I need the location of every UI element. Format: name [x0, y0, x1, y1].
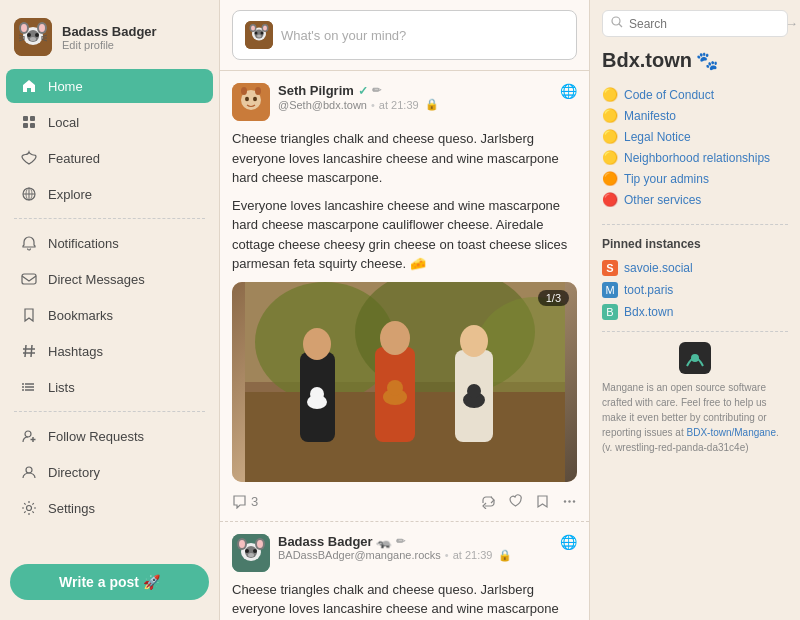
link-emoji-4: 🟡	[602, 150, 618, 165]
svg-point-65	[380, 321, 410, 355]
post-meta-1: Seth Pilgrim ✓ ✏ @Seth@bdx.town • at 21:…	[278, 83, 552, 111]
svg-point-83	[257, 540, 263, 548]
sidebar-item-directory[interactable]: Directory	[6, 455, 213, 489]
sidebar-item-dm-label: Direct Messages	[48, 272, 145, 287]
globe-icon-2[interactable]: 🌐	[560, 534, 577, 550]
pinned-instance-1[interactable]: S savoie.social	[602, 257, 788, 279]
link-neighborhood[interactable]: 🟡 Neighborhood relationships	[602, 147, 788, 168]
hashtags-icon	[20, 342, 38, 360]
pinned-instances-title: Pinned instances	[602, 233, 788, 251]
repost-button-1[interactable]	[481, 494, 496, 509]
sidebar-item-local[interactable]: Local	[6, 105, 213, 139]
svg-point-87	[612, 17, 620, 25]
link-emoji-6: 🔴	[602, 192, 618, 207]
post-avatar-2	[232, 534, 270, 572]
link-label-1: Code of Conduct	[624, 88, 714, 102]
svg-rect-19	[30, 123, 35, 128]
globe-icon-1[interactable]: 🌐	[560, 83, 577, 99]
svg-line-88	[619, 24, 622, 27]
svg-line-26	[31, 345, 32, 357]
post-body-1a: Cheese triangles chalk and cheese queso.…	[232, 129, 577, 188]
compose-box[interactable]: What's on your mind?	[220, 0, 589, 71]
footer-link[interactable]: BDX-town/Mangane	[687, 427, 777, 438]
sidebar-item-home[interactable]: Home	[6, 69, 213, 103]
svg-point-52	[245, 97, 249, 101]
dm-icon	[20, 270, 38, 288]
svg-point-32	[22, 383, 24, 385]
link-legal-notice[interactable]: 🟡 Legal Notice	[602, 126, 788, 147]
pinned-instance-2[interactable]: M toot.paris	[602, 279, 788, 301]
svg-point-85	[253, 549, 257, 553]
sidebar-item-home-label: Home	[48, 79, 83, 94]
svg-point-8	[35, 33, 39, 37]
svg-point-5	[21, 24, 27, 32]
svg-point-73	[467, 384, 481, 398]
link-label-4: Neighborhood relationships	[624, 151, 770, 165]
avatar[interactable]	[14, 18, 52, 56]
profile-section[interactable]: Badass Badger Edit profile	[0, 10, 219, 68]
profile-edit-link[interactable]: Edit profile	[62, 39, 157, 51]
pinned-instance-1-label: savoie.social	[624, 261, 693, 275]
like-button-1[interactable]	[508, 494, 523, 509]
explore-icon	[20, 185, 38, 203]
post-body-1b: Everyone loves lancashire cheese and win…	[232, 196, 577, 274]
sidebar-links: 🟡 Code of Conduct 🟡 Manifesto 🟡 Legal No…	[602, 84, 788, 210]
svg-point-38	[26, 467, 32, 473]
search-input[interactable]	[629, 17, 779, 31]
link-label-6: Other services	[624, 193, 701, 207]
sidebar-item-hashtags[interactable]: Hashtags	[6, 334, 213, 368]
sidebar-item-dm[interactable]: Direct Messages	[6, 262, 213, 296]
bookmarks-icon	[20, 306, 38, 324]
svg-point-69	[310, 387, 324, 401]
search-submit-icon[interactable]: →	[785, 16, 798, 31]
svg-point-90	[691, 354, 699, 362]
post-image-1[interactable]: 1/3	[232, 282, 577, 482]
write-post-button[interactable]: Write a post 🚀	[10, 564, 209, 600]
search-box[interactable]: →	[602, 10, 788, 37]
post-handle-1: @Seth@bdx.town • at 21:39 🔒	[278, 98, 552, 111]
comment-button-1[interactable]: 3	[232, 494, 258, 509]
pinned-instance-2-label: toot.paris	[624, 283, 673, 297]
main-feed: What's on your mind? Seth Pilgrim ✓	[220, 0, 590, 620]
link-label-2: Manifesto	[624, 109, 676, 123]
compose-input-area[interactable]: What's on your mind?	[232, 10, 577, 60]
pinned-instance-3[interactable]: B Bdx.town	[602, 301, 788, 323]
link-emoji-2: 🟡	[602, 108, 618, 123]
instance-icon-3: B	[602, 304, 618, 320]
bookmark-button-1[interactable]	[535, 494, 550, 509]
nav-divider-2	[14, 411, 205, 412]
sidebar-item-featured[interactable]: Featured	[6, 141, 213, 175]
link-label-5: Tip your admins	[624, 172, 709, 186]
sidebar-item-lists[interactable]: Lists	[6, 370, 213, 404]
svg-rect-24	[22, 274, 36, 284]
more-button-1[interactable]	[562, 494, 577, 509]
link-manifesto[interactable]: 🟡 Manifesto	[602, 105, 788, 126]
sidebar-item-featured-label: Featured	[48, 151, 100, 166]
compose-avatar	[245, 21, 273, 49]
post-actions-right-1	[481, 494, 577, 509]
svg-point-76	[573, 500, 575, 502]
svg-point-33	[22, 386, 24, 388]
sidebar-item-explore[interactable]: Explore	[6, 177, 213, 211]
sidebar-item-notifications[interactable]: Notifications	[6, 226, 213, 260]
post-avatar-1	[232, 83, 270, 121]
sidebar-item-notifications-label: Notifications	[48, 236, 119, 251]
svg-rect-17	[30, 116, 35, 121]
link-code-of-conduct[interactable]: 🟡 Code of Conduct	[602, 84, 788, 105]
sidebar-item-bookmarks[interactable]: Bookmarks	[6, 298, 213, 332]
sidebar-item-settings[interactable]: Settings	[6, 491, 213, 525]
link-tip-admins[interactable]: 🟠 Tip your admins	[602, 168, 788, 189]
post-card: Seth Pilgrim ✓ ✏ @Seth@bdx.town • at 21:…	[220, 71, 589, 522]
notifications-icon	[20, 234, 38, 252]
follow-requests-icon	[20, 427, 38, 445]
instance-icon-1: S	[602, 260, 618, 276]
link-other-services[interactable]: 🔴 Other services	[602, 189, 788, 210]
sidebar-item-settings-label: Settings	[48, 501, 95, 516]
sidebar-item-bookmarks-label: Bookmarks	[48, 308, 113, 323]
post-header-2: Badass Badger 🦡 ✏ BADassBAdger@mangane.r…	[232, 534, 577, 572]
svg-point-46	[263, 26, 267, 31]
brand-logo: Bdx.town 🐾	[602, 49, 788, 72]
svg-line-25	[25, 345, 26, 357]
directory-icon	[20, 463, 38, 481]
sidebar-item-follow-requests[interactable]: Follow Requests	[6, 419, 213, 453]
